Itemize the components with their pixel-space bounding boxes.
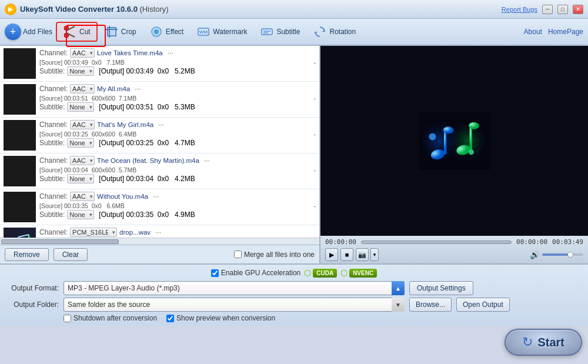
add-files-label[interactable]: Add Files	[23, 28, 52, 36]
start-label: Start	[537, 336, 564, 349]
preview-checkbox[interactable]	[166, 315, 174, 322]
file-options-button[interactable]: ···	[156, 121, 166, 129]
subtitle-select[interactable]: None	[67, 66, 94, 76]
channel-select[interactable]: AAC	[70, 48, 95, 58]
subtitle-select-wrapper: None	[67, 138, 94, 148]
app-title-text: UkeySoft Video Converter 10.6.0	[20, 5, 138, 14]
title-left: ▶ UkeySoft Video Converter 10.6.0 (Histo…	[5, 4, 169, 15]
channel-label: Channel:	[39, 121, 68, 129]
file-row-top: Channel: PCM_S16LE drop...wav ···	[39, 228, 316, 237]
format-select-wrapper: MP3 - MPEG Layer-3 Audio (*.mp3) ▲	[64, 281, 405, 295]
about-link[interactable]: About	[524, 28, 542, 36]
channel-select[interactable]: AAC	[70, 84, 95, 93]
file-thumbnail	[4, 120, 36, 151]
channel-select-wrapper: PCM_S16LE	[70, 228, 117, 237]
subtitle-select[interactable]: None	[67, 138, 94, 148]
file-thumbnail	[4, 84, 36, 115]
subtitle-select[interactable]: None	[67, 102, 94, 112]
svg-rect-29	[469, 125, 472, 149]
channel-label: Channel:	[39, 49, 68, 57]
preview-panel: 00:00:00 00:00:00 00:03:49 ▶ ■ 📷 ▼ 🔊	[320, 46, 588, 263]
close-button[interactable]: ✕	[573, 5, 583, 14]
subtitle-button[interactable]: Subtitle	[254, 22, 306, 42]
subtitle-select[interactable]: None	[67, 210, 94, 219]
gpu-checkbox[interactable]	[211, 269, 219, 277]
open-output-button[interactable]: Open Output	[456, 298, 510, 312]
homepage-link[interactable]: HomePage	[548, 28, 583, 36]
play-button[interactable]: ▶	[325, 248, 338, 261]
remove-button[interactable]: Remove	[5, 248, 49, 261]
source-dash: -	[314, 166, 316, 173]
shutdown-check: Shutdown after conversion	[64, 314, 157, 322]
stop-button[interactable]: ■	[340, 248, 353, 261]
volume-slider[interactable]	[542, 253, 583, 256]
screenshot-dropdown[interactable]: ▼	[370, 248, 379, 261]
output-info: [Output] 00:03:04 0x0 4.2MB	[99, 175, 195, 183]
file-options-button[interactable]: ···	[153, 228, 163, 236]
file-panel: Channel: AAC Love Takes Time.m4a ··· [So…	[0, 46, 320, 263]
file-info: Channel: AAC My All.m4a ··· [Source] 00:…	[39, 84, 316, 112]
channel-select[interactable]: AAC	[70, 156, 95, 165]
ctrl-row: ▶ ■ 📷 ▼ 🔊	[325, 248, 583, 261]
time-start: 00:00:00	[325, 238, 356, 246]
file-source-meta: [Source] 00:03:35 0x0 6.6MB -	[39, 202, 316, 209]
format-arrow-button[interactable]: ▲	[392, 281, 405, 295]
folder-arrow-button[interactable]: ▼	[392, 298, 405, 312]
channel-select[interactable]: AAC	[70, 120, 95, 129]
effect-label: Effect	[166, 28, 183, 36]
browse-button[interactable]: Browse...	[409, 298, 452, 312]
screenshot-button[interactable]: 📷	[356, 248, 369, 261]
subtitle-icon	[260, 25, 274, 39]
file-source-meta: [Source] 00:03:49 0x0 7.1MB -	[39, 59, 316, 66]
channel-select[interactable]: PCM_S16LE	[70, 228, 117, 237]
list-item: Channel: PCM_S16LE drop...wav ··· [Sourc…	[0, 225, 319, 238]
output-info: [Output] 00:03:51 0x0 5.3MB	[99, 103, 195, 111]
file-row-top: Channel: AAC The Ocean (feat. Shy Martin…	[39, 156, 316, 165]
output-settings-button[interactable]: Output Settings	[409, 281, 473, 295]
report-bugs-link[interactable]: Report Bugs	[502, 6, 537, 13]
channel-label: Channel:	[39, 192, 68, 201]
toolbar: + Add Files Cut	[0, 19, 588, 46]
subtitle-label: Subtitle:	[39, 175, 65, 183]
volume-thumb[interactable]	[567, 252, 573, 258]
file-options-button[interactable]: ···	[165, 49, 176, 57]
start-button[interactable]: ↻ Start	[505, 329, 582, 356]
folder-select[interactable]: Same folder as the source	[64, 298, 405, 312]
folder-row: Output Folder: Same folder as the source…	[6, 298, 582, 312]
format-row: Output Format: MP3 - MPEG Layer-3 Audio …	[6, 281, 582, 295]
effect-button[interactable]: Effect	[143, 22, 189, 42]
merge-checkbox[interactable]	[234, 251, 242, 258]
playback-controls: ▶ ■ 📷 ▼	[325, 248, 379, 261]
app-history: (History)	[140, 5, 169, 14]
shutdown-checkbox[interactable]	[64, 315, 71, 322]
merge-check: Merge all files into one	[234, 251, 315, 259]
clear-button[interactable]: Clear	[54, 248, 88, 261]
format-select[interactable]: MP3 - MPEG Layer-3 Audio (*.mp3)	[64, 281, 405, 295]
channel-select[interactable]: AAC	[70, 192, 95, 201]
crop-button[interactable]: Crop	[99, 22, 142, 42]
cut-button[interactable]: Cut	[56, 22, 98, 42]
subtitle-select-wrapper: None	[67, 66, 94, 76]
watermark-button[interactable]: WM Watermark	[191, 22, 253, 42]
maximize-button[interactable]: □	[557, 5, 568, 14]
horizontal-scrollbar[interactable]	[0, 238, 319, 245]
action-bar: Remove Clear Merge all files into one	[0, 245, 319, 263]
music-preview-graphic	[419, 112, 490, 171]
minimize-button[interactable]: ─	[542, 5, 553, 14]
source-dash: -	[314, 59, 316, 66]
source-info: [Source] 00:03:35 0x0 6.6MB	[39, 202, 125, 209]
file-options-button[interactable]: ···	[132, 85, 143, 93]
file-name: drop...wav	[119, 229, 151, 236]
file-options-button[interactable]: ···	[202, 156, 212, 165]
file-list[interactable]: Channel: AAC Love Takes Time.m4a ··· [So…	[0, 46, 319, 238]
file-info: Channel: AAC The Ocean (feat. Shy Martin…	[39, 156, 316, 183]
subtitle-select[interactable]: None	[67, 174, 94, 183]
progress-bar[interactable]	[361, 241, 512, 244]
scrollbar-thumb[interactable]	[1, 239, 119, 244]
cut-label: Cut	[79, 28, 91, 36]
file-options-button[interactable]: ···	[151, 192, 161, 201]
add-files-plus-icon[interactable]: +	[5, 24, 21, 40]
rotation-button[interactable]: Rotation	[307, 22, 362, 42]
file-thumbnail	[4, 228, 36, 238]
time-total: 00:03:49	[552, 238, 583, 246]
